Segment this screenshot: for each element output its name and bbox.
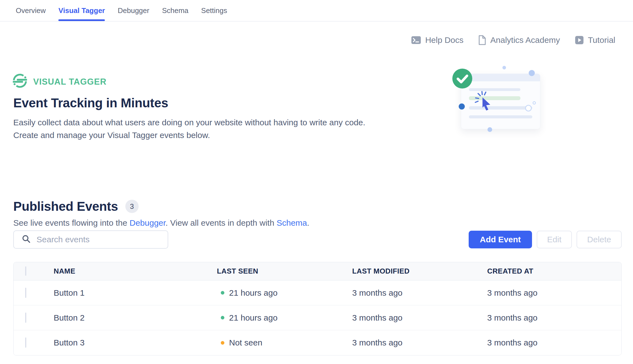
analytics-academy-label: Analytics Academy <box>490 35 560 45</box>
decor-ring <box>525 105 532 111</box>
decor-dot <box>487 127 492 132</box>
events-toolbar: Add Event Edit Delete <box>13 230 622 249</box>
event-name: Button 2 <box>54 313 217 323</box>
event-name: Button 3 <box>54 338 217 347</box>
toolbar-buttons: Add Event Edit Delete <box>469 231 622 248</box>
published-events-heading-row: Published Events 3 <box>13 199 139 214</box>
subtitle-text: . View all events in depth with <box>165 218 276 227</box>
visual-tagger-page: Overview Visual Tagger Debugger Schema S… <box>0 0 633 364</box>
illustration-text-line <box>469 115 532 118</box>
last-seen-cell: 21 hours ago <box>217 288 352 298</box>
cursor-click-icon <box>472 89 494 111</box>
visual-tagger-eyebrow: VISUAL TAGGER <box>12 73 107 91</box>
published-events-subtitle: See live events flowing into the Debugge… <box>13 217 309 228</box>
created-at-cell: 3 months ago <box>487 288 621 298</box>
edit-button[interactable]: Edit <box>537 231 572 248</box>
help-docs-link[interactable]: Help Docs <box>411 35 463 45</box>
column-header-last-modified: LAST MODIFIED <box>352 267 487 275</box>
created-at-cell: 3 months ago <box>487 338 621 347</box>
schema-link[interactable]: Schema <box>277 218 307 227</box>
search-input[interactable] <box>37 235 162 244</box>
illustration-card-header <box>461 74 540 81</box>
illustration-card <box>461 74 540 129</box>
published-events-title: Published Events <box>13 199 118 214</box>
tab-visual-tagger[interactable]: Visual Tagger <box>58 0 105 21</box>
last-modified-cell: 3 months ago <box>352 338 487 347</box>
last-modified-cell: 3 months ago <box>352 288 487 298</box>
last-seen-text: Not seen <box>229 338 262 347</box>
check-icon <box>452 69 472 89</box>
delete-button[interactable]: Delete <box>577 231 622 248</box>
decor-ring <box>533 101 536 105</box>
row-checkbox[interactable] <box>25 337 26 348</box>
play-icon <box>575 36 584 45</box>
eyebrow-label: VISUAL TAGGER <box>33 77 107 87</box>
search-icon <box>22 234 31 245</box>
created-at-cell: 3 months ago <box>487 313 621 323</box>
table-header-row: NAME LAST SEEN LAST MODIFIED CREATED AT <box>14 262 621 280</box>
table-row[interactable]: Button 3 Not seen 3 months ago 3 months … <box>14 330 621 355</box>
analytics-academy-link[interactable]: Analytics Academy <box>478 35 560 45</box>
tutorial-link[interactable]: Tutorial <box>575 35 615 45</box>
table-row[interactable]: Button 1 21 hours ago 3 months ago 3 mon… <box>14 280 621 305</box>
illustration-text-line <box>469 106 532 110</box>
status-dot <box>221 341 224 345</box>
column-header-name: NAME <box>54 267 217 275</box>
decor-dot <box>459 103 465 110</box>
page-title: Event Tracking in Minutes <box>13 95 168 111</box>
help-docs-label: Help Docs <box>425 35 463 45</box>
last-modified-cell: 3 months ago <box>352 313 487 323</box>
tab-schema[interactable]: Schema <box>162 0 188 21</box>
row-checkbox[interactable] <box>25 288 26 298</box>
debugger-link[interactable]: Debugger <box>129 218 165 227</box>
document-icon <box>478 35 486 45</box>
add-event-button[interactable]: Add Event <box>469 231 532 248</box>
row-checkbox[interactable] <box>25 313 26 323</box>
segment-logo-icon <box>12 73 28 91</box>
last-seen-cell: Not seen <box>217 338 352 347</box>
event-name: Button 1 <box>54 288 217 298</box>
page-description-line2: Create and manage your Visual Tagger eve… <box>13 129 210 142</box>
subtitle-text: . <box>307 218 309 227</box>
tab-settings[interactable]: Settings <box>201 0 227 21</box>
tab-debugger[interactable]: Debugger <box>118 0 149 21</box>
table-row[interactable]: Button 2 21 hours ago 3 months ago 3 mon… <box>14 305 621 330</box>
events-table: NAME LAST SEEN LAST MODIFIED CREATED AT … <box>13 262 622 355</box>
decor-dot <box>502 66 506 69</box>
column-header-last-seen: LAST SEEN <box>217 267 352 275</box>
help-links-bar: Help Docs Analytics Academy Tutorial <box>411 35 615 45</box>
page-description-line1: Easily collect data about what users are… <box>13 116 365 129</box>
select-all-checkbox[interactable] <box>25 266 26 276</box>
subtitle-text: See live events flowing into the <box>13 218 129 227</box>
last-seen-text: 21 hours ago <box>229 288 277 298</box>
terminal-icon <box>411 36 421 45</box>
status-dot <box>221 316 224 319</box>
search-box[interactable] <box>13 230 168 249</box>
last-seen-cell: 21 hours ago <box>217 313 352 323</box>
top-nav: Overview Visual Tagger Debugger Schema S… <box>0 0 633 22</box>
illustration-text-line <box>469 88 520 91</box>
tutorial-label: Tutorial <box>588 35 615 45</box>
status-dot <box>221 291 224 295</box>
illustration-highlight-line <box>469 96 520 100</box>
decor-dot <box>529 70 535 76</box>
tab-overview[interactable]: Overview <box>16 0 46 21</box>
last-seen-text: 21 hours ago <box>229 313 277 323</box>
column-header-created-at: CREATED AT <box>487 267 621 275</box>
events-count-badge: 3 <box>125 200 139 213</box>
